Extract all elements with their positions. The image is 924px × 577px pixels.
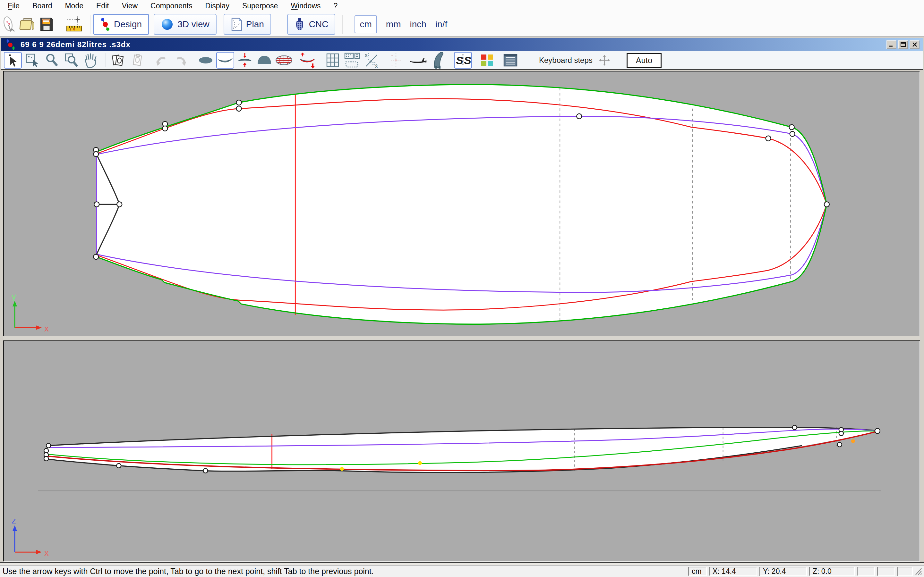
color-palette-tool[interactable] <box>478 52 496 69</box>
mesh-ellipse-icon <box>275 53 293 67</box>
axis-label-x: x <box>44 324 49 334</box>
redo-button[interactable] <box>172 52 190 69</box>
hand-icon <box>84 53 99 68</box>
3d-view-button-label: 3D view <box>178 19 210 29</box>
profile-view-tool[interactable] <box>216 52 234 69</box>
undo-button[interactable] <box>152 52 170 69</box>
tool-separator <box>105 53 105 67</box>
menu-help[interactable]: ? <box>334 2 338 10</box>
menu-board[interactable]: Board <box>32 2 52 10</box>
keyboard-steps-label: Keyboard steps <box>539 56 593 65</box>
rocker-adjust-tool[interactable] <box>298 52 317 69</box>
display-panel-tool[interactable] <box>501 52 519 69</box>
magnifier-icon <box>45 53 59 67</box>
menu-bar: File Board Mode Edit View Components Dis… <box>0 0 924 12</box>
paste-tool[interactable] <box>128 52 146 69</box>
profile-view-panel[interactable]: z x <box>3 340 920 562</box>
section-view-tool[interactable] <box>255 52 273 69</box>
menu-edit[interactable]: Edit <box>96 2 109 10</box>
board-fin-icon <box>410 53 428 67</box>
axis-label-z: z <box>11 516 16 525</box>
menu-components[interactable]: Components <box>150 2 192 10</box>
maximize-button[interactable] <box>898 40 908 49</box>
move-arrows-icon[interactable] <box>599 55 610 66</box>
xy-axis-indicator: y x <box>11 292 49 334</box>
ghost-crosshair-icon <box>389 52 403 68</box>
redo-icon <box>174 53 188 67</box>
profile-view-canvas[interactable]: z x <box>4 341 919 561</box>
select-area-tool[interactable] <box>23 52 41 69</box>
thickness-view-tool[interactable] <box>236 52 254 69</box>
unit-inf[interactable]: in/f <box>435 19 447 29</box>
display-panel-icon <box>503 53 518 67</box>
new-board-button[interactable] <box>0 15 19 34</box>
menu-superpose[interactable]: Superpose <box>242 2 278 10</box>
plan-document-icon <box>231 18 242 31</box>
grid-table-tool[interactable] <box>324 52 342 69</box>
symmetry-ss-icon: S S <box>455 53 471 68</box>
ghost-guideline-tool[interactable] <box>387 52 405 69</box>
minimize-button[interactable] <box>887 40 897 49</box>
outline-view-canvas[interactable]: y x <box>4 71 919 336</box>
unit-mm[interactable]: mm <box>386 19 401 29</box>
color-palette-icon <box>480 53 494 67</box>
units-selector: cm mm inch in/f <box>355 15 447 33</box>
window-bottom-edge <box>0 562 924 566</box>
close-button[interactable] <box>909 40 919 49</box>
copy-icon <box>110 53 125 68</box>
plan-mode-button[interactable]: Plan <box>224 14 271 35</box>
unit-cm[interactable]: cm <box>355 15 376 33</box>
zoom-tool[interactable] <box>43 52 61 69</box>
ruler-icon: 1 0 <box>65 16 83 33</box>
3d-view-mode-button[interactable]: 3D view <box>153 14 216 35</box>
menu-file[interactable]: File <box>8 2 19 10</box>
section-dome-icon <box>257 53 272 67</box>
select-point-tool[interactable] <box>4 52 22 69</box>
svg-text:x: x <box>365 52 368 58</box>
menu-windows[interactable]: Windows <box>291 2 320 10</box>
cnc-button-label: CNC <box>309 19 328 29</box>
cnc-mode-button[interactable]: CNC <box>287 14 336 35</box>
menu-mode[interactable]: Mode <box>65 2 83 10</box>
measurements-diagonal-tool[interactable]: x x <box>363 52 381 69</box>
cnc-bit-icon <box>294 17 305 31</box>
pan-hand-tool[interactable] <box>82 52 100 69</box>
rocker-arrows-icon <box>299 52 316 69</box>
open-file-button[interactable] <box>19 15 37 34</box>
menu-view[interactable]: View <box>122 2 137 10</box>
outline-view-panel[interactable]: y x <box>3 71 920 336</box>
open-folder-icon <box>19 16 37 33</box>
status-message: Use the arrow keys with Ctrl to move the… <box>3 567 374 576</box>
plan-button-label: Plan <box>246 19 264 29</box>
master-scale-tool[interactable] <box>343 52 361 69</box>
toolbar-separator <box>342 15 343 34</box>
status-bar: Use the arrow keys with Ctrl to move the… <box>0 566 924 577</box>
paste-icon <box>130 53 145 68</box>
3d-ellipse-view-tool[interactable] <box>275 52 293 69</box>
fin-tool[interactable] <box>429 52 447 69</box>
status-y-coordinate: Y: 20.4 <box>759 567 807 576</box>
tool-toolbar: x x S S <box>1 51 923 70</box>
resize-grip[interactable] <box>915 567 922 575</box>
status-cells: cm X: 14.4 Y: 20.4 Z: 0.0 <box>688 567 922 576</box>
panel-splitter[interactable] <box>3 336 920 340</box>
board-with-fin-tool[interactable] <box>410 52 428 69</box>
zoom-area-tool[interactable] <box>63 52 81 69</box>
xz-axis-indicator: z x <box>11 516 49 558</box>
save-file-button[interactable] <box>37 15 56 34</box>
svg-text:S: S <box>456 54 463 66</box>
menu-display[interactable]: Display <box>205 2 229 10</box>
symmetry-ss-tool[interactable]: S S <box>454 52 472 69</box>
auto-steps-toggle[interactable]: Auto <box>627 53 662 68</box>
measurements-button[interactable]: 1 0 <box>65 15 83 34</box>
measure-diagonal-icon: x x <box>364 52 380 68</box>
unit-inch[interactable]: inch <box>410 19 426 29</box>
outline-view-tool[interactable] <box>197 52 215 69</box>
copy-tool[interactable] <box>109 52 127 69</box>
status-z-coordinate: Z: 0.0 <box>809 567 855 576</box>
3d-sphere-icon <box>161 18 174 31</box>
main-toolbar: 1 0 Design 3D view Plan <box>0 12 924 37</box>
shape3d-app-window: { "menu": { "items": [ {"label": "File"}… <box>0 0 924 577</box>
document-titlebar[interactable]: 69 6 9 26demi 82litres .s3dx <box>1 38 923 51</box>
design-mode-button[interactable]: Design <box>93 14 149 35</box>
